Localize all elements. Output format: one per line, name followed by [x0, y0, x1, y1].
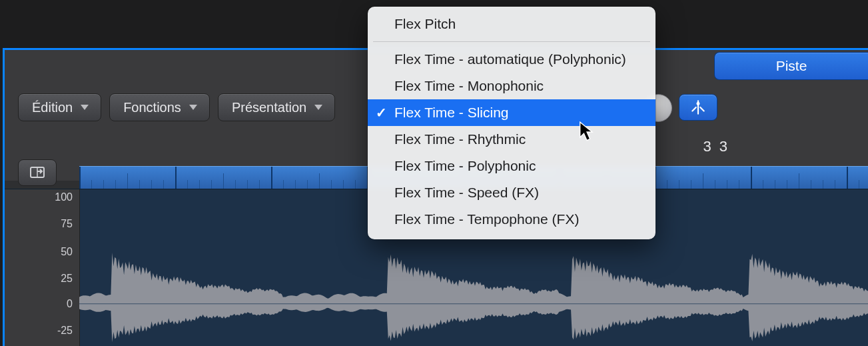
menu-fonctions[interactable]: Fonctions: [109, 93, 210, 121]
ruler-tick: [151, 180, 152, 189]
ruler-tick: [307, 180, 308, 189]
ruler-tick: [127, 173, 128, 189]
flex-mode-option[interactable]: Flex Time - Speed (FX): [368, 179, 655, 206]
check-icon: ✓: [376, 105, 387, 121]
amplitude-tick-label: 75: [61, 218, 73, 230]
flex-mode-option[interactable]: Flex Time - Monophonic: [368, 73, 655, 99]
ruler-tick: [319, 173, 320, 189]
ruler-tick: [187, 180, 188, 189]
ruler-tick: [199, 180, 200, 189]
chevron-down-icon: [314, 105, 322, 110]
flex-mode-option-label: Flex Time - Rhythmic: [394, 131, 526, 147]
ruler-tick: [103, 180, 104, 189]
dropdown-separator: [373, 41, 650, 42]
amplitude-tick-label: 25: [61, 273, 73, 285]
ruler-tick: [355, 180, 356, 189]
flex-mode-option[interactable]: Flex Time - Polyphonic: [368, 153, 655, 179]
ruler-tick: [763, 180, 763, 189]
app-frame: Édition Fonctions Présentation: [0, 0, 868, 346]
flex-mode-header-label: Flex Pitch: [394, 16, 456, 32]
menu-fonctions-label: Fonctions: [123, 100, 181, 115]
catch-playhead-button[interactable]: [18, 159, 57, 186]
ruler-tick: [751, 167, 752, 189]
ruler-tick: [283, 180, 284, 189]
flex-mode-header[interactable]: Flex Pitch: [368, 11, 655, 37]
flex-mode-option-label: Flex Time - Speed (FX): [394, 185, 539, 201]
amplitude-tick-label: -25: [57, 325, 73, 337]
flex-mode-option[interactable]: ✓Flex Time - Slicing: [368, 99, 655, 126]
amplitude-tick-label: 50: [61, 246, 73, 258]
menu-presentation[interactable]: Présentation: [218, 93, 335, 121]
ruler-tick: [811, 180, 811, 189]
editor-menu-bar: Édition Fonctions Présentation: [18, 93, 335, 122]
menu-presentation-label: Présentation: [232, 100, 306, 115]
menu-edition[interactable]: Édition: [18, 93, 101, 121]
ruler-tick: [331, 180, 332, 189]
chevron-down-icon: [189, 105, 197, 110]
ruler-tick: [259, 180, 260, 189]
flex-mode-option-label: Flex Time - Monophonic: [394, 78, 544, 94]
ruler-tick: [91, 180, 92, 189]
chevron-down-icon: [81, 105, 89, 110]
flex-mode-option-label: Flex Time - automatique (Polyphonic): [394, 51, 626, 67]
ruler-tick: [175, 167, 177, 189]
flex-mode-option[interactable]: Flex Time - Tempophone (FX): [368, 206, 655, 233]
amplitude-axis: 1007550250-25: [5, 189, 80, 346]
ruler-tick: [859, 180, 859, 189]
flex-mode-dropdown[interactable]: Flex Pitch Flex Time - automatique (Poly…: [368, 7, 655, 239]
ruler-tick: [823, 180, 823, 189]
ruler-tick: [163, 180, 164, 189]
flex-mode-option-label: Flex Time - Polyphonic: [394, 158, 536, 174]
ruler-tick: [667, 180, 667, 189]
ruler-tick: [235, 180, 236, 189]
timeline-position-label: 3 3: [703, 138, 729, 155]
ruler-tick: [727, 180, 727, 189]
ruler-tick: [247, 180, 248, 189]
ruler-tick: [295, 180, 296, 189]
ruler-tick: [223, 173, 224, 189]
svg-point-1: [697, 102, 700, 105]
ruler-tick: [139, 180, 140, 189]
ruler-tick: [799, 173, 799, 189]
ruler-tick: [271, 167, 272, 189]
flex-tool-button[interactable]: [679, 94, 717, 121]
flex-mode-option[interactable]: Flex Time - automatique (Polyphonic): [368, 46, 655, 73]
ruler-tick: [847, 167, 848, 189]
amplitude-tick-label: 0: [67, 298, 73, 310]
ruler-tick: [79, 167, 81, 189]
ruler-tick: [703, 173, 703, 189]
tab-piste[interactable]: Piste: [714, 52, 868, 80]
ruler-tick: [679, 180, 679, 189]
tab-piste-label: Piste: [776, 58, 807, 74]
ruler-tick: [835, 180, 835, 189]
ruler-tick: [787, 180, 787, 189]
flex-mode-option[interactable]: Flex Time - Rhythmic: [368, 126, 655, 153]
ruler-tick: [211, 180, 212, 189]
amplitude-tick-label: 100: [55, 191, 73, 203]
flex-marker-icon: [689, 99, 707, 116]
menu-edition-label: Édition: [32, 100, 73, 115]
catch-playhead-icon: [29, 165, 45, 180]
ruler-tick: [691, 180, 691, 189]
ruler-tick: [343, 180, 344, 189]
flex-mode-option-label: Flex Time - Slicing: [394, 105, 509, 121]
ruler-tick: [775, 180, 775, 189]
ruler-tick: [715, 180, 715, 189]
ruler-tick: [115, 180, 116, 189]
flex-mode-option-label: Flex Time - Tempophone (FX): [394, 211, 579, 227]
ruler-tick: [739, 180, 739, 189]
